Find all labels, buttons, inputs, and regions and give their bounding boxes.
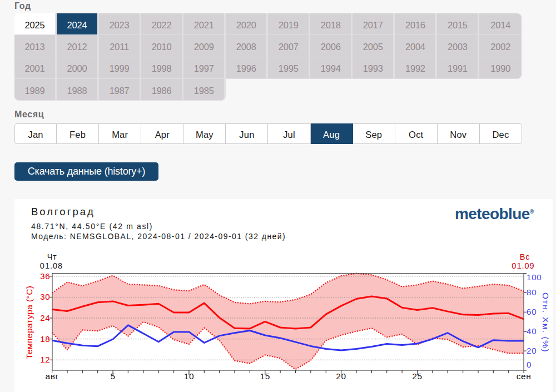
svg-text:20: 20 bbox=[336, 371, 346, 381]
svg-text:25: 25 bbox=[412, 371, 422, 381]
svg-text:20: 20 bbox=[527, 346, 537, 355]
svg-text:60: 60 bbox=[527, 307, 537, 316]
svg-text:Вс: Вс bbox=[520, 252, 530, 261]
svg-text:30: 30 bbox=[40, 292, 50, 301]
svg-text:Отн. Хм. (%): Отн. Хм. (%) bbox=[541, 292, 550, 353]
svg-text:сен: сен bbox=[517, 371, 532, 381]
svg-text:Чт: Чт bbox=[47, 252, 57, 261]
svg-text:18: 18 bbox=[40, 334, 50, 344]
svg-text:авг: авг bbox=[45, 371, 58, 381]
svg-text:01.09: 01.09 bbox=[512, 261, 534, 270]
svg-text:15: 15 bbox=[260, 371, 270, 381]
svg-text:36: 36 bbox=[40, 271, 50, 281]
svg-text:01.08: 01.08 bbox=[40, 261, 63, 270]
svg-text:24: 24 bbox=[40, 313, 50, 322]
svg-text:Температура (°C): Температура (°C) bbox=[24, 286, 34, 359]
svg-text:12: 12 bbox=[40, 355, 50, 364]
svg-text:40: 40 bbox=[527, 326, 537, 336]
svg-text:5: 5 bbox=[110, 371, 115, 381]
svg-text:10: 10 bbox=[184, 371, 194, 381]
svg-text:100: 100 bbox=[527, 272, 542, 282]
svg-text:80: 80 bbox=[527, 287, 537, 297]
svg-text:0: 0 bbox=[527, 360, 532, 369]
